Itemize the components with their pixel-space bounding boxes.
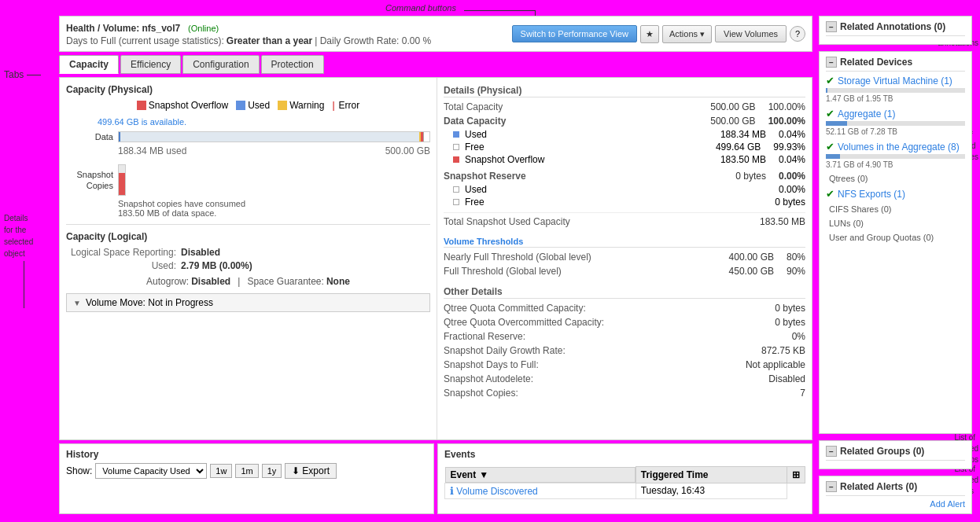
event-info-icon: ℹ	[450, 485, 454, 497]
devices-collapse-btn[interactable]: −	[826, 57, 837, 68]
logical-capacity-section: Capacity (Logical) Logical Space Reporti…	[66, 224, 430, 287]
volume-move-section[interactable]: ▼ Volume Move: Not in Progress	[66, 293, 430, 312]
annotations-collapse-btn[interactable]: −	[826, 21, 837, 32]
snapshot-reserve-used-row: Used 0.00%	[444, 184, 805, 195]
snapshot-copies-fill	[119, 173, 125, 196]
data-bar-ticks: 188.34 MB used 500.00 GB	[118, 145, 430, 156]
other-details-header: Other Details	[444, 285, 805, 299]
help-button[interactable]: ?	[790, 26, 805, 42]
data-bar-row: Data	[66, 131, 430, 142]
favorite-button[interactable]: ★	[640, 25, 659, 43]
aggregate-progress-fill	[826, 121, 847, 126]
tab-efficiency[interactable]: Efficiency	[120, 55, 181, 74]
overflow-indicator	[453, 156, 459, 163]
legend-error: | Error	[332, 100, 359, 111]
device-cifs-shares: CIFS Shares (0)	[826, 204, 965, 214]
snapshot-text-2: 183.50 MB of data space.	[118, 208, 430, 218]
volume-thresholds-group: Volume Thresholds Nearly Full Threshold …	[444, 236, 805, 278]
command-buttons-annotation: Command buttons	[385, 3, 456, 13]
related-groups-title: − Related Groups (0)	[826, 446, 965, 461]
filter-icon[interactable]: ▼	[479, 469, 488, 480]
header-subtitle: Days to Full (current usage statistics):…	[66, 35, 431, 46]
snapshot-copies-count-row: Snapshot Copies: 7	[444, 387, 805, 399]
related-devices-title: − Related Devices	[826, 57, 965, 72]
history-select[interactable]: Volume Capacity Used	[95, 463, 207, 479]
snapshot-overflow-row: Snapshot Overflow 183.50 MB 0.04%	[444, 154, 805, 165]
data-used-row: Used 188.34 MB 0.04%	[444, 129, 805, 140]
device-nfs-exports: ✔ NFS Exports (1)	[826, 188, 965, 200]
nfs-check-icon: ✔	[826, 188, 834, 200]
data-bar	[118, 131, 430, 142]
related-annotations-panel: − Related Annotations (0)	[819, 16, 972, 45]
alerts-collapse-btn[interactable]: −	[826, 481, 837, 492]
volumes-agg-check-icon: ✔	[826, 141, 834, 153]
logical-capacity-title: Capacity (Logical)	[66, 231, 430, 242]
device-volumes-aggregate: ✔ Volumes in the Aggregate (8) 3.71 GB o…	[826, 141, 965, 169]
cifs-label: CIFS Shares (0)	[826, 204, 965, 214]
aggregate-progress-bg	[826, 121, 965, 126]
snapshot-bar-row: SnapshotCopies	[66, 164, 430, 196]
other-details-group: Other Details Qtree Quota Committed Capa…	[444, 285, 805, 399]
tab-configuration[interactable]: Configuration	[182, 55, 259, 74]
device-qtrees: Qtrees (0)	[826, 174, 965, 183]
time-1y-button[interactable]: 1y	[262, 464, 282, 478]
device-group-quotas: User and Group Quotas (0)	[826, 233, 965, 242]
add-alert-link[interactable]: Add Alert	[826, 499, 965, 509]
view-volumes-button[interactable]: View Volumes	[715, 25, 787, 42]
tab-capacity[interactable]: Capacity	[59, 55, 119, 74]
device-aggregate-link[interactable]: ✔ Aggregate (1)	[826, 108, 965, 119]
related-alerts-title: − Related Alerts (0)	[826, 481, 965, 496]
events-header: Events	[444, 449, 805, 463]
volume-move-collapse-icon: ▼	[73, 299, 81, 307]
time-1w-button[interactable]: 1w	[210, 464, 232, 478]
time-1m-button[interactable]: 1m	[235, 464, 258, 478]
bottom-panels: History Show: Volume Capacity Used 1w 1m…	[59, 443, 812, 514]
capacity-physical-title: Capacity (Physical)	[66, 84, 430, 95]
snapshot-autodelete-row: Snapshot Autodelete: Disabled	[444, 373, 805, 385]
volume-move-label: Volume Move: Not in Progress	[86, 297, 213, 308]
autogrow-row: Autogrow: Disabled | Space Guarantee: No…	[66, 276, 430, 287]
performance-view-button[interactable]: Switch to Performance View	[512, 25, 637, 42]
events-table-header: Event ▼ Triggered Time ⊞	[445, 467, 805, 483]
tab-protection[interactable]: Protection	[261, 55, 324, 74]
events-title: Events	[444, 449, 475, 460]
snapshot-reserve-row: Snapshot Reserve 0 bytes 0.00%	[444, 170, 805, 182]
event-link[interactable]: Volume Discovered	[456, 486, 537, 497]
export-icon: ⬇	[292, 465, 300, 476]
right-section: Details (Physical) Total Capacity 500.00…	[437, 78, 812, 439]
data-bar-label: Data	[66, 132, 113, 142]
sr-used-indicator	[453, 186, 459, 193]
tabs-bar: Capacity Efficiency Configuration Protec…	[59, 55, 812, 74]
tabs-annotation: Tabs	[4, 69, 41, 80]
capacity-legend: Snapshot Overflow Used Warning | Error	[66, 100, 430, 111]
total-capacity-row: Total Capacity 500.00 GB 100.00%	[444, 101, 805, 113]
device-nfs-link[interactable]: ✔ NFS Exports (1)	[826, 188, 965, 200]
related-annotations-title: − Related Annotations (0)	[826, 21, 965, 36]
history-title: History	[66, 449, 427, 460]
event-time-cell: Tuesday, 16:43	[636, 483, 787, 498]
fractional-reserve-row: Fractional Reserve: 0%	[444, 330, 805, 343]
actions-button[interactable]: Actions ▾	[662, 25, 712, 43]
used-indicator	[453, 131, 459, 138]
data-capacity-row: Data Capacity 500.00 GB 100.00%	[444, 115, 805, 127]
groups-collapse-btn[interactable]: −	[826, 446, 837, 457]
related-groups-panel: − Related Groups (0)	[819, 440, 972, 469]
device-volumes-aggregate-link[interactable]: ✔ Volumes in the Aggregate (8)	[826, 141, 965, 153]
grid-settings-header[interactable]: ⊞	[787, 467, 805, 483]
qtree-quota-overcommitted-row: Qtree Quota Overcommitted Capacity: 0 by…	[444, 316, 805, 329]
left-section: Capacity (Physical) Snapshot Overflow Us…	[60, 78, 437, 439]
device-luns: LUNs (0)	[826, 219, 965, 228]
events-table: Event ▼ Triggered Time ⊞ ℹ	[444, 466, 805, 499]
show-label: Show:	[66, 465, 92, 476]
snapshot-days-to-full-row: Snapshot Days to Full: Not applicable	[444, 358, 805, 371]
event-cell: ℹ Volume Discovered	[445, 483, 636, 498]
page-header: Health / Volume: nfs_vol7 (Online) Days …	[59, 16, 812, 52]
luns-label: LUNs (0)	[826, 219, 965, 228]
export-button[interactable]: ⬇ Export	[285, 463, 337, 479]
data-bar-end	[423, 132, 429, 142]
aggregate-capacity: 52.11 GB of 7.28 TB	[826, 127, 965, 136]
data-free-row: Free 499.64 GB 99.93%	[444, 142, 805, 153]
volumes-agg-progress-fill	[826, 154, 840, 159]
sr-free-indicator	[453, 199, 459, 205]
device-svm-link[interactable]: ✔ Storage Virtual Machine (1)	[826, 75, 965, 86]
